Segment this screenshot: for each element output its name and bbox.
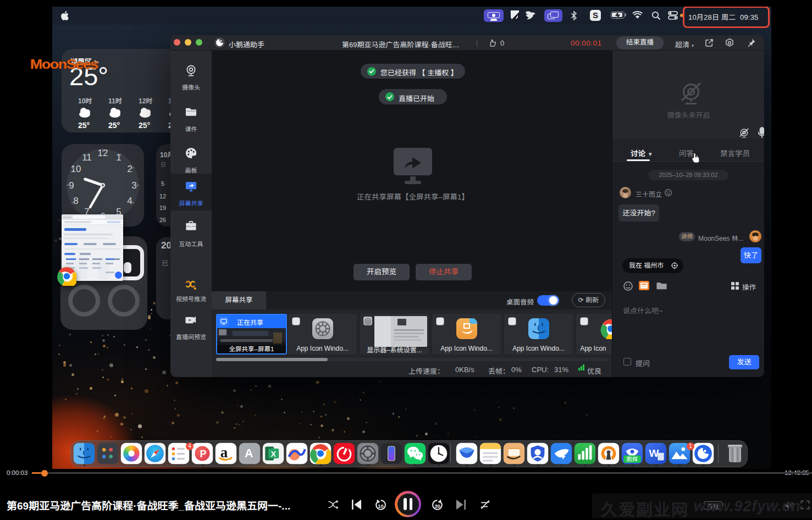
- svg-text:2: 2: [127, 164, 132, 174]
- svg-text:3: 3: [131, 180, 136, 191]
- svg-text:4: 4: [127, 196, 132, 206]
- svg-text:10: 10: [71, 164, 81, 174]
- svg-text:11: 11: [82, 152, 92, 163]
- svg-text:8: 8: [73, 196, 78, 206]
- svg-text:9: 9: [69, 180, 74, 191]
